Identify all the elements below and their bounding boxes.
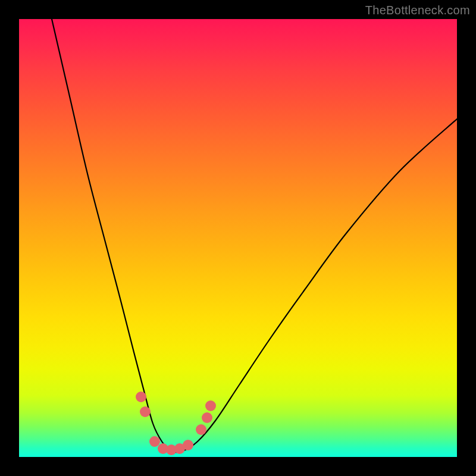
marker-dot xyxy=(149,436,160,447)
marker-dot xyxy=(140,406,151,417)
marker-dot xyxy=(202,412,212,423)
marker-dot xyxy=(196,424,206,435)
plot-area xyxy=(19,19,457,457)
marker-dot xyxy=(136,392,146,402)
marker-dot xyxy=(183,440,193,450)
watermark-text: TheBottleneck.com xyxy=(365,4,470,17)
marker-dot xyxy=(205,400,216,411)
marker-layer xyxy=(19,19,457,457)
